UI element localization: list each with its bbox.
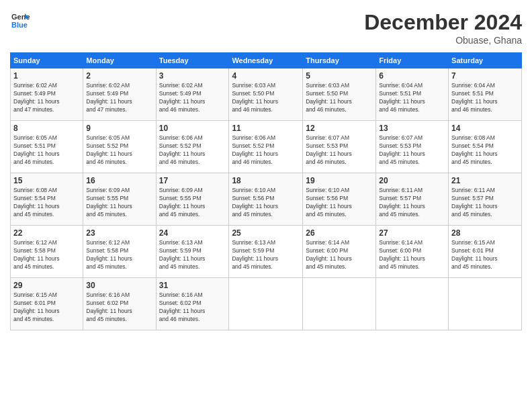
day-number: 21 (451, 176, 519, 185)
table-row: 13Sunrise: 6:07 AMSunset: 5:53 PMDayligh… (376, 121, 449, 173)
day-number: 27 (379, 228, 445, 238)
header-tuesday: Tuesday (156, 53, 229, 68)
day-number: 25 (232, 228, 300, 238)
day-info: Sunrise: 6:07 AMSunset: 5:53 PMDaylight:… (306, 134, 373, 167)
table-row (229, 278, 303, 330)
calendar-week-5: 29Sunrise: 6:15 AMSunset: 6:01 PMDayligh… (11, 278, 522, 330)
calendar-table: Sunday Monday Tuesday Wednesday Thursday… (10, 52, 522, 330)
day-number: 22 (13, 228, 80, 238)
day-info: Sunrise: 6:07 AMSunset: 5:53 PMDaylight:… (379, 134, 445, 167)
table-row: 24Sunrise: 6:13 AMSunset: 5:59 PMDayligh… (156, 226, 229, 278)
table-row: 4Sunrise: 6:03 AMSunset: 5:50 PMDaylight… (229, 68, 303, 121)
day-number: 23 (86, 228, 152, 238)
table-row: 15Sunrise: 6:08 AMSunset: 5:54 PMDayligh… (11, 173, 83, 226)
day-number: 26 (306, 228, 373, 238)
day-number: 14 (451, 124, 519, 133)
table-row: 22Sunrise: 6:12 AMSunset: 5:58 PMDayligh… (11, 226, 83, 278)
day-number: 16 (86, 176, 152, 185)
day-info: Sunrise: 6:14 AMSunset: 6:00 PMDaylight:… (306, 239, 373, 271)
day-info: Sunrise: 6:03 AMSunset: 5:50 PMDaylight:… (306, 82, 373, 114)
table-row: 1Sunrise: 6:02 AMSunset: 5:49 PMDaylight… (11, 68, 83, 121)
day-info: Sunrise: 6:13 AMSunset: 5:59 PMDaylight:… (232, 239, 300, 271)
day-number: 11 (232, 124, 300, 133)
header-friday: Friday (376, 53, 449, 68)
day-number: 31 (159, 281, 226, 290)
day-number: 29 (13, 281, 80, 290)
day-info: Sunrise: 6:15 AMSunset: 6:01 PMDaylight:… (451, 239, 519, 271)
day-info: Sunrise: 6:06 AMSunset: 5:52 PMDaylight:… (232, 134, 300, 167)
day-info: Sunrise: 6:08 AMSunset: 5:54 PMDaylight:… (451, 134, 519, 167)
day-info: Sunrise: 6:08 AMSunset: 5:54 PMDaylight:… (13, 187, 80, 219)
day-number: 18 (232, 176, 300, 185)
day-number: 8 (13, 124, 80, 133)
day-info: Sunrise: 6:05 AMSunset: 5:52 PMDaylight:… (86, 134, 152, 167)
day-number: 30 (86, 281, 152, 290)
day-number: 9 (86, 124, 152, 133)
table-row: 14Sunrise: 6:08 AMSunset: 5:54 PMDayligh… (449, 121, 522, 173)
header-sunday: Sunday (11, 53, 83, 68)
table-row: 12Sunrise: 6:07 AMSunset: 5:53 PMDayligh… (303, 121, 376, 173)
header-wednesday: Wednesday (229, 53, 303, 68)
day-number: 7 (451, 71, 519, 81)
day-info: Sunrise: 6:16 AMSunset: 6:02 PMDaylight:… (159, 291, 226, 324)
header: General Blue December 2024 Obuase, Ghana (10, 10, 522, 46)
location: Obuase, Ghana (364, 35, 522, 46)
table-row: 23Sunrise: 6:12 AMSunset: 5:58 PMDayligh… (83, 226, 156, 278)
logo: General Blue (10, 10, 30, 30)
day-info: Sunrise: 6:04 AMSunset: 5:51 PMDaylight:… (451, 82, 519, 114)
table-row: 10Sunrise: 6:06 AMSunset: 5:52 PMDayligh… (156, 121, 229, 173)
table-row: 26Sunrise: 6:14 AMSunset: 6:00 PMDayligh… (303, 226, 376, 278)
day-info: Sunrise: 6:11 AMSunset: 5:57 PMDaylight:… (379, 187, 445, 219)
month-title: December 2024 (364, 10, 522, 35)
day-info: Sunrise: 6:06 AMSunset: 5:52 PMDaylight:… (159, 134, 226, 167)
table-row: 29Sunrise: 6:15 AMSunset: 6:01 PMDayligh… (11, 278, 83, 330)
day-info: Sunrise: 6:02 AMSunset: 5:49 PMDaylight:… (86, 82, 152, 114)
day-info: Sunrise: 6:02 AMSunset: 5:49 PMDaylight:… (159, 82, 226, 114)
day-number: 6 (379, 71, 445, 81)
title-block: December 2024 Obuase, Ghana (364, 10, 522, 46)
day-number: 1 (13, 71, 80, 81)
day-info: Sunrise: 6:09 AMSunset: 5:55 PMDaylight:… (86, 187, 152, 219)
day-info: Sunrise: 6:04 AMSunset: 5:51 PMDaylight:… (379, 82, 445, 114)
day-number: 4 (232, 71, 300, 81)
day-number: 12 (306, 124, 373, 133)
table-row: 8Sunrise: 6:05 AMSunset: 5:51 PMDaylight… (11, 121, 83, 173)
header-thursday: Thursday (303, 53, 376, 68)
table-row: 30Sunrise: 6:16 AMSunset: 6:02 PMDayligh… (83, 278, 156, 330)
table-row: 7Sunrise: 6:04 AMSunset: 5:51 PMDaylight… (449, 68, 522, 121)
table-row (449, 278, 522, 330)
svg-text:Blue: Blue (11, 21, 28, 29)
day-info: Sunrise: 6:03 AMSunset: 5:50 PMDaylight:… (232, 82, 300, 114)
table-row: 2Sunrise: 6:02 AMSunset: 5:49 PMDaylight… (83, 68, 156, 121)
table-row: 31Sunrise: 6:16 AMSunset: 6:02 PMDayligh… (156, 278, 229, 330)
day-number: 20 (379, 176, 445, 185)
day-number: 2 (86, 71, 152, 81)
table-row: 21Sunrise: 6:11 AMSunset: 5:57 PMDayligh… (449, 173, 522, 226)
calendar-week-4: 22Sunrise: 6:12 AMSunset: 5:58 PMDayligh… (11, 226, 522, 278)
day-number: 3 (159, 71, 226, 81)
header-saturday: Saturday (449, 53, 522, 68)
calendar-header-row: Sunday Monday Tuesday Wednesday Thursday… (11, 53, 522, 68)
calendar-week-1: 1Sunrise: 6:02 AMSunset: 5:49 PMDaylight… (11, 68, 522, 121)
day-number: 28 (451, 228, 519, 238)
table-row: 27Sunrise: 6:14 AMSunset: 6:00 PMDayligh… (376, 226, 449, 278)
day-info: Sunrise: 6:10 AMSunset: 5:56 PMDaylight:… (306, 187, 373, 219)
day-info: Sunrise: 6:09 AMSunset: 5:55 PMDaylight:… (159, 187, 226, 219)
table-row: 20Sunrise: 6:11 AMSunset: 5:57 PMDayligh… (376, 173, 449, 226)
calendar-week-3: 15Sunrise: 6:08 AMSunset: 5:54 PMDayligh… (11, 173, 522, 226)
table-row: 3Sunrise: 6:02 AMSunset: 5:49 PMDaylight… (156, 68, 229, 121)
day-info: Sunrise: 6:11 AMSunset: 5:57 PMDaylight:… (451, 187, 519, 219)
day-number: 10 (159, 124, 226, 133)
day-info: Sunrise: 6:05 AMSunset: 5:51 PMDaylight:… (13, 134, 80, 167)
table-row (303, 278, 376, 330)
header-monday: Monday (83, 53, 156, 68)
table-row (376, 278, 449, 330)
table-row: 28Sunrise: 6:15 AMSunset: 6:01 PMDayligh… (449, 226, 522, 278)
table-row: 16Sunrise: 6:09 AMSunset: 5:55 PMDayligh… (83, 173, 156, 226)
day-info: Sunrise: 6:12 AMSunset: 5:58 PMDaylight:… (13, 239, 80, 271)
table-row: 25Sunrise: 6:13 AMSunset: 5:59 PMDayligh… (229, 226, 303, 278)
table-row: 5Sunrise: 6:03 AMSunset: 5:50 PMDaylight… (303, 68, 376, 121)
day-number: 24 (159, 228, 226, 238)
day-number: 17 (159, 176, 226, 185)
day-number: 15 (13, 176, 80, 185)
